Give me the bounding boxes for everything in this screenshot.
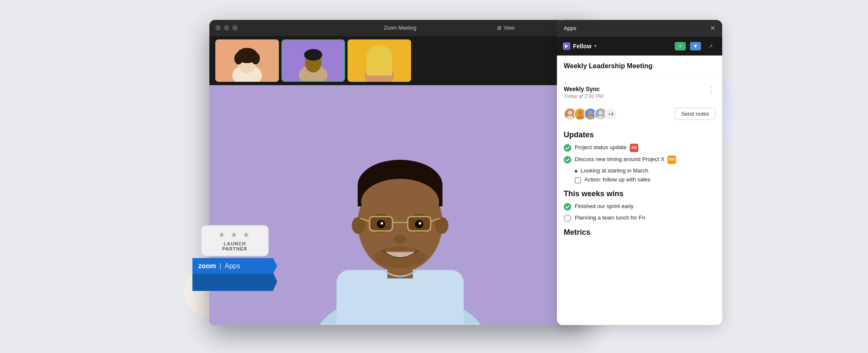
- svg-point-36: [419, 222, 421, 225]
- avatars-row: +4: [564, 108, 617, 120]
- section-updates-title: Updates: [564, 131, 715, 139]
- checklist-text-1: Project status update SN: [575, 144, 715, 152]
- participant-face-1: [215, 39, 279, 82]
- badge-launch: LAUNCH: [206, 241, 264, 246]
- window-close-btn[interactable]: [215, 25, 221, 31]
- thumbnails-row: [209, 36, 591, 85]
- bullet-dot-1: [575, 170, 577, 172]
- checklist-item-3: Finished our sprint early: [564, 203, 715, 211]
- checklist-item-4: Planning a team lunch for Fri: [564, 214, 715, 222]
- view-label: View: [504, 25, 515, 31]
- fellow-name: Fellow: [573, 43, 592, 50]
- bullet-text-1: Looking at starting in March: [581, 167, 648, 174]
- fellow-logo[interactable]: Fellow ▾: [563, 42, 596, 50]
- checklist-text-3: Finished our sprint early: [575, 203, 715, 210]
- check-icon-4: [564, 214, 571, 222]
- checkbox-square-1[interactable]: [575, 177, 581, 183]
- zoom-text: zoom: [198, 262, 216, 270]
- check-icon-2: [564, 156, 571, 164]
- panel-content: Weekly Leadership Meeting Weekly Sync To…: [557, 56, 722, 325]
- svg-point-43: [578, 111, 582, 115]
- participant-face-3: [348, 39, 411, 82]
- svg-point-6: [238, 51, 245, 58]
- title-bar: Zoom Meeting ⊞ View: [209, 20, 591, 36]
- badge-sn: SN: [630, 144, 638, 152]
- check-icon-3: [564, 203, 571, 211]
- action-item-1: Action: follow up with sales: [564, 176, 715, 183]
- fellow-add-btn[interactable]: +: [675, 42, 686, 50]
- filter-icon: ▼: [693, 43, 698, 49]
- view-icon: ⊞: [497, 25, 501, 31]
- checklist-item-1: Project status update SN: [564, 144, 715, 152]
- apps-header: Apps ✕: [557, 20, 722, 37]
- apps-panel-title: Apps: [564, 25, 576, 31]
- svg-point-7: [249, 51, 256, 58]
- checklist-item-2: Discuss new timing around Project X RH: [564, 156, 715, 164]
- thumbnail-participant-1[interactable]: [215, 39, 279, 82]
- window-controls: [215, 25, 238, 31]
- avatars-and-send-row: +4 Send notes: [564, 103, 715, 125]
- meeting-name: Weekly Sync: [564, 86, 715, 92]
- participant-face-2: [282, 40, 344, 81]
- window-minimize-btn[interactable]: [224, 25, 229, 31]
- badge-rh: RH: [668, 156, 676, 164]
- fellow-icon: [563, 42, 570, 50]
- fellow-actions: + ▼ ↗: [675, 42, 716, 50]
- external-link-icon: ↗: [709, 43, 713, 49]
- add-icon: +: [679, 43, 682, 49]
- fellow-external-btn[interactable]: ↗: [705, 42, 716, 50]
- thumbnail-participant-3[interactable]: [348, 39, 411, 82]
- pipe: |: [220, 262, 221, 270]
- view-button[interactable]: ⊞ View: [497, 25, 515, 31]
- fellow-dropdown-icon: ▾: [594, 44, 596, 48]
- section-wins-title: This weeks wins: [564, 189, 715, 198]
- fellow-bar: Fellow ▾ + ▼ ↗: [557, 37, 722, 56]
- send-notes-button[interactable]: Send notes: [675, 108, 715, 120]
- badge-ribbon: zoom | Apps: [192, 258, 277, 274]
- badge-ribbon-shadow: [192, 272, 277, 291]
- svg-point-46: [588, 111, 593, 115]
- bullet-item-1: Looking at starting in March: [564, 167, 715, 174]
- action-text-1: Action: follow up with sales: [584, 176, 650, 183]
- meeting-card: Weekly Sync Today at 2:00 PM ⋮: [564, 81, 715, 103]
- svg-rect-16: [367, 61, 392, 75]
- window-maximize-btn[interactable]: [232, 25, 238, 31]
- fellow-filter-btn[interactable]: ▼: [690, 42, 701, 50]
- svg-point-35: [381, 222, 383, 225]
- zoom-apps-badge: ★ ★ ★ LAUNCH PARTNER zoom | Apps: [192, 225, 277, 291]
- check-icon-1: [564, 144, 571, 152]
- svg-point-37: [394, 235, 406, 244]
- svg-point-11: [304, 49, 323, 60]
- checklist-text-2: Discuss new timing around Project X RH: [575, 156, 715, 164]
- scene: ★ ★ ★ LAUNCH PARTNER zoom | Apps Zoom Me…: [159, 11, 709, 342]
- svg-point-38: [375, 247, 426, 268]
- apps-text: Apps: [225, 262, 240, 270]
- apps-panel: Apps ✕ Fellow ▾ + ▼: [557, 20, 722, 325]
- thumbnail-participant-2[interactable]: [281, 39, 345, 82]
- checklist-text-4: Planning a team lunch for Fri: [575, 214, 715, 222]
- avatar-count: +4: [604, 108, 617, 120]
- meeting-more-button[interactable]: ⋮: [707, 86, 715, 95]
- badge-stars: ★ ★ ★: [206, 230, 264, 239]
- meeting-time: Today at 2:00 PM: [564, 93, 715, 99]
- window-title: Zoom Meeting: [384, 25, 417, 31]
- svg-point-49: [598, 111, 603, 115]
- section-metrics-title: Metrics: [564, 228, 715, 237]
- svg-point-40: [568, 111, 572, 115]
- badge-partner: PARTNER: [206, 246, 264, 251]
- badge-top: ★ ★ ★ LAUNCH PARTNER: [201, 225, 269, 256]
- apps-close-button[interactable]: ✕: [710, 24, 715, 32]
- meeting-title: Weekly Leadership Meeting: [564, 62, 715, 75]
